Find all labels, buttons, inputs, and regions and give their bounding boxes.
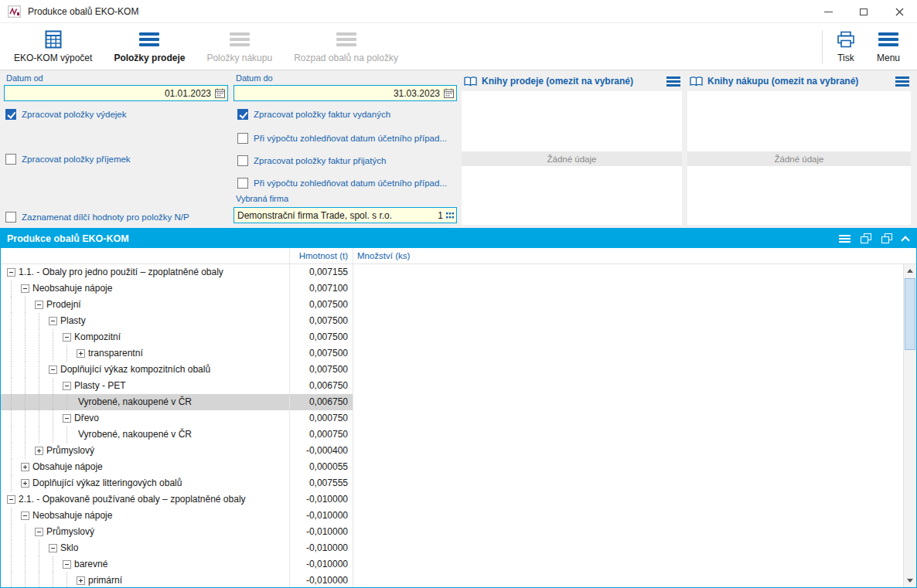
collapse-node-icon[interactable] [49,365,57,374]
collapse-node-icon[interactable] [49,544,57,552]
detach-window-icon[interactable] [881,233,892,243]
grid-menu-icon[interactable] [839,235,851,243]
tree-row[interactable]: Prodejní0,007500 [1,297,903,313]
tree-row[interactable]: transparentní0,007500 [1,345,903,362]
expand-node-icon[interactable] [35,447,43,455]
tree-row-label: 1.1. - Obaly pro jedno použití – zpoplat… [19,267,223,277]
tree-row-label: Prodejní [46,299,81,310]
collapse-node-icon[interactable] [63,382,71,390]
vertical-scrollbar[interactable] [903,264,916,587]
tree-row[interactable]: primární-0,010000 [1,573,903,587]
collapse-node-icon[interactable] [7,495,15,504]
collapse-node-icon[interactable] [35,301,43,309]
panel-title: Knihy prodeje (omezit na vybrané) [482,76,633,87]
close-button[interactable] [881,0,917,23]
tree-row[interactable]: Vyrobené, nakoupené v ČR0,006750 [1,394,903,410]
tree-row[interactable]: 2.1. - Opakovaně používané obaly – zpopl… [1,491,903,508]
float-window-icon[interactable] [861,233,871,243]
filter-checkbox-row[interactable]: Zpracovat položky příjemek [5,154,131,165]
book-icon [690,76,703,87]
filter-checkbox-row[interactable]: Při výpočtu zohledňovat datum účetního p… [237,133,447,144]
column-header-quantity[interactable]: Množství (ks) [357,251,410,260]
collapse-node-icon[interactable] [63,414,71,423]
checkbox-unchecked-icon[interactable] [5,154,16,165]
tree-row[interactable]: Plasty - PET0,006750 [1,378,903,394]
collapse-node-icon[interactable] [21,284,29,293]
filter-panel: Datum od 01.01.2023 Datum do 31.03.2023 … [0,70,917,228]
filter-checkbox-row[interactable]: Zaznamenat dílčí hodnoty pro položky N/P [5,212,189,223]
collapse-node-icon[interactable] [49,317,57,325]
tree-row[interactable]: Vyrobené, nakoupené v ČR0,000750 [1,427,903,443]
tree-row[interactable]: Kompozitní0,007500 [1,329,903,345]
menu-button-label: Menu [877,53,900,63]
checkbox-unchecked-icon[interactable] [5,212,16,223]
menu-button[interactable]: Menu [866,24,911,70]
sales-books-list[interactable]: Žádné údaje [462,91,682,225]
panel-title: Knihy nákupu (omezit na vybrané) [707,76,858,87]
tree-row[interactable]: Průmyslový-0,000400 [1,443,903,459]
panel-menu-icon[interactable] [895,76,909,87]
column-divider [353,248,353,263]
tree-row[interactable]: Dřevo0,000750 [1,410,903,427]
collapse-node-icon[interactable] [63,333,71,342]
scroll-up-arrow[interactable] [904,264,916,277]
company-select-icon[interactable] [446,212,454,219]
collapse-node-icon[interactable] [35,528,43,536]
panel-menu-icon[interactable] [666,76,680,87]
filter-checkbox-row[interactable]: Zpracovat položky faktur přijatých [237,155,386,166]
maximize-button[interactable] [846,0,881,23]
tree-row[interactable]: Doplňující výkaz kompozitních obalů0,007… [1,362,903,378]
expand-node-icon[interactable] [21,463,29,471]
tree-row[interactable]: Neobsahuje nápoje0,007100 [1,280,903,297]
collapse-node-icon[interactable] [63,560,71,569]
tree-row[interactable]: Plasty0,007500 [1,313,903,329]
toolbar-button-ekokom-calculation[interactable]: EKO-KOM výpočet [3,24,103,70]
tree-row[interactable]: barevné-0,010000 [1,556,903,573]
tree-row[interactable]: Průmyslový-0,010000 [1,524,903,540]
tree-row[interactable]: Doplňující výkaz litteringových obalů0,0… [1,475,903,491]
tree-guide-line [66,394,67,410]
collapse-panel-icon[interactable] [901,236,909,244]
collapse-node-icon[interactable] [21,512,29,520]
filter-checkbox-row[interactable]: Zpracovat položky výdejek [5,109,127,120]
checkbox-unchecked-icon[interactable] [237,133,248,144]
expand-node-icon[interactable] [77,576,85,585]
minimize-button[interactable] [810,0,846,23]
calc-table-icon [43,30,63,49]
tree-guide-line [39,378,39,394]
filter-checkbox-row[interactable]: Při výpočtu zohledňovat datum účetního p… [237,178,447,189]
scroll-down-arrow[interactable] [904,574,916,587]
tree-grid-body: 1.1. - Obaly pro jedno použití – zpoplat… [1,264,903,587]
checkbox-checked-icon[interactable] [5,109,16,120]
checkbox-checked-icon[interactable] [237,109,248,120]
toolbar-button-sale-items[interactable]: Položky prodeje [103,24,196,70]
checkbox-label: Zpracovat položky faktur přijatých [254,156,386,165]
purchase-books-list[interactable]: Žádné údaje [687,91,911,225]
tree-row[interactable]: Neobsahuje nápoje-0,010000 [1,508,903,524]
expand-node-icon[interactable] [77,349,85,358]
expand-node-icon[interactable] [21,479,29,488]
print-button[interactable]: Tisk [826,24,866,70]
column-header-weight[interactable]: Hmotnost (t) [291,251,348,260]
checkbox-unchecked-icon[interactable] [237,155,248,166]
toolbar-button-purchase-items: Položky nákupu [196,24,283,70]
checkbox-unchecked-icon[interactable] [237,178,248,189]
close-icon [895,8,904,16]
tree-guide-line [11,556,12,573]
tree-row[interactable]: 1.1. - Obaly pro jedno použití – zpoplat… [1,264,903,280]
tree-row-weight: 0,000750 [291,429,348,440]
tree-row[interactable]: Obsahuje nápoje0,000055 [1,459,903,475]
collapse-node-icon[interactable] [7,268,15,277]
checkbox-label: Zpracovat položky výdejek [22,110,127,119]
tree-guide-line [25,410,26,427]
tree-guide-line [25,427,26,443]
company-field[interactable]: Demonstrační firma Trade, spol. s r.o. 1 [234,207,457,223]
company-name: Demonstrační firma Trade, spol. s r.o. [234,210,436,221]
tree-row[interactable]: Sklo-0,010000 [1,540,903,556]
tree-row-weight: -0,000400 [291,445,348,456]
scrollbar-thumb[interactable] [905,278,915,350]
tree-guide-line [11,297,12,313]
tree-guide-line [11,329,12,345]
tree-guide-line [11,378,12,394]
filter-checkbox-row[interactable]: Zpracovat položky faktur vydaných [237,109,390,120]
